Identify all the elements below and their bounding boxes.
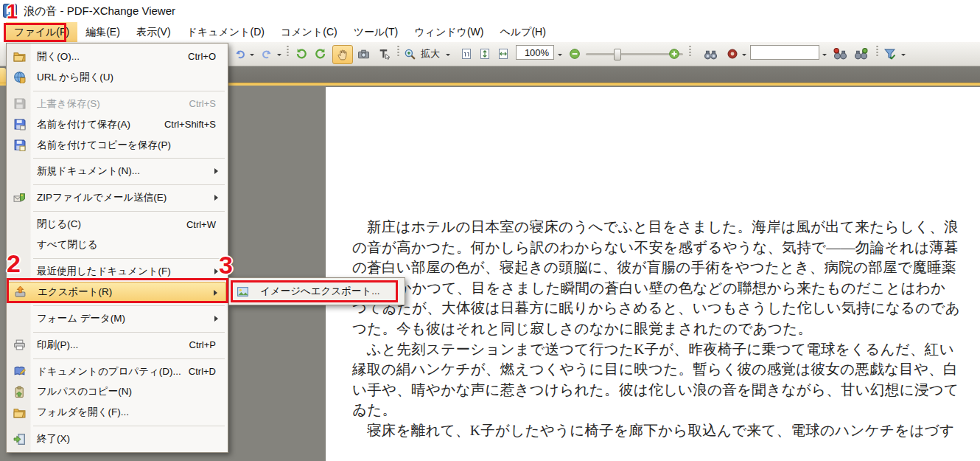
menu-help[interactable]: ヘルプ(H): [491, 22, 553, 42]
toolbar-grip[interactable]: [688, 45, 692, 58]
search-tool-button[interactable]: [701, 45, 720, 63]
search-options-icon[interactable]: [725, 45, 740, 63]
filter-dropdown-arrow[interactable]: [900, 45, 907, 63]
menu-edit[interactable]: 編集(E): [77, 22, 128, 42]
document-text-line: ゐた。: [352, 400, 971, 420]
find-next-button[interactable]: [852, 45, 870, 63]
document-text-line: つた。今も彼はそれと同じ寂しさのなかに眼覚まされたのであつた。: [352, 319, 971, 339]
fit-page-button[interactable]: [477, 45, 492, 63]
menu-item-shortcut: Ctrl+O: [188, 51, 226, 62]
menu-separator: [33, 426, 225, 426]
annotation-step-2: 2: [7, 249, 21, 278]
menu-item-document-properties[interactable]: ドキュメントのプロパティ(D)...Ctrl+D: [8, 361, 226, 382]
no-icon: [13, 165, 28, 178]
annotation-box-export-to-image-item: [231, 280, 398, 302]
menu-item-exit[interactable]: 終了(X): [8, 429, 226, 449]
menu-separator: [33, 184, 225, 185]
menu-item-save-copy-as[interactable]: 名前を付けてコピーを保存(P): [8, 135, 226, 156]
menu-item-new-document[interactable]: 新規ドキュメント(N)...: [8, 161, 226, 181]
menu-item-label: 名前を付けてコピーを保存(P): [37, 139, 171, 152]
search-input[interactable]: [750, 45, 819, 60]
document-text: 新庄はホテルの日本室の寝床のうへでふと目をさました。海岸は風が出て来たらしく、浪…: [352, 217, 971, 441]
menu-item-label: ドキュメントのプロパティ(D)...: [37, 365, 181, 378]
menu-separator: [33, 258, 225, 259]
save-as-icon: [13, 118, 28, 131]
window-title: 浪の音 - PDF-XChange Viewer: [24, 4, 175, 18]
rotate-left-button[interactable]: [293, 45, 309, 63]
menu-item-form-data[interactable]: フォーム データ(M): [8, 308, 226, 329]
no-icon: [13, 218, 28, 231]
active-document-tab[interactable]: [0, 68, 6, 83]
document-text-line: の蒼白い部屋の色が、寝起きの頭脳に、彼が盲腸の手術をやつたとき、病院の部屋で魔睡…: [352, 257, 971, 278]
redo-dropdown-arrow[interactable]: [276, 45, 283, 63]
document-text-line: の音が高かつた。何かしら訳のわからない不安を感ずるやうな、気持で――勿論それは薄…: [352, 238, 971, 258]
menu-item-label: フルパスのコピー(N): [37, 385, 132, 398]
zoom-tool-dropdown-arrow[interactable]: [444, 45, 452, 63]
menu-item-email-zip[interactable]: ZIPファイルでメール送信(E): [8, 187, 226, 208]
annotation-box-export-item: [7, 278, 228, 303]
menu-item-copy-full-path[interactable]: フルパスのコピー(N): [8, 381, 226, 402]
menu-item-label: 名前を付けて保存(A): [37, 118, 130, 131]
menu-item-open-folder[interactable]: フォルダを開く(F)...: [8, 402, 226, 423]
menu-item-open[interactable]: 開く(O)...Ctrl+O: [8, 46, 226, 67]
toolbar-grip[interactable]: [875, 45, 879, 58]
find-previous-button[interactable]: [831, 45, 850, 63]
menu-item-label: 閉じる(C): [37, 218, 81, 231]
toolbar-grip[interactable]: [396, 45, 400, 58]
menu-item-close-all[interactable]: すべて閉じる: [8, 235, 226, 255]
fit-width-button[interactable]: [495, 45, 511, 63]
save-copy-icon: [13, 139, 28, 151]
toolbar-grip[interactable]: [286, 45, 290, 58]
undo-dropdown-arrow[interactable]: [248, 45, 256, 63]
copy-path-icon: [13, 386, 28, 398]
submenu-arrow-icon: [214, 195, 221, 201]
menu-item-shortcut: Ctrl+W: [186, 219, 226, 230]
zoom-in-button[interactable]: [667, 45, 682, 63]
menu-window[interactable]: ウィンドウ(W): [406, 22, 491, 42]
menu-item-label: 新規ドキュメント(N)...: [37, 164, 140, 178]
pdf-page[interactable]: 新庄はホテルの日本室の寝床のうへでふと目をさました。海岸は風が出て来たらしく、浪…: [326, 87, 980, 461]
mail-zip-icon: [13, 192, 28, 204]
actual-size-button[interactable]: [458, 45, 474, 63]
menu-item-label: すべて閉じる: [37, 238, 98, 252]
menu-item-label: 印刷(P)...: [37, 339, 78, 352]
doc-props-icon: [13, 365, 28, 378]
zoom-level-dropdown-arrow[interactable]: [556, 45, 564, 63]
menu-item-save-as[interactable]: 名前を付けて保存(A)Ctrl+Shift+S: [8, 114, 226, 135]
search-history-dropdown-arrow[interactable]: [821, 45, 828, 63]
rotate-right-button[interactable]: [312, 45, 329, 63]
zoom-tool-label[interactable]: 拡大: [419, 45, 442, 63]
search-options-dropdown-arrow[interactable]: [741, 45, 748, 63]
zoom-out-button[interactable]: [567, 45, 582, 63]
menu-comment[interactable]: コメント(C): [273, 22, 346, 42]
redo-button[interactable]: [259, 45, 275, 63]
menu-item-save[interactable]: 上書き保存(S)Ctrl+S: [8, 94, 226, 114]
menu-item-print[interactable]: 印刷(P)...Ctrl+P: [8, 335, 226, 356]
document-text-line: がさめかかつて、目をさました瞬間の蒼白い壁の色などの聯想から来たものだことはわか: [352, 278, 971, 299]
menu-item-shortcut: Ctrl+Shift+S: [164, 119, 226, 130]
menu-separator: [33, 332, 225, 333]
menu-tools[interactable]: ツール(T): [346, 22, 407, 42]
filter-comments-button[interactable]: [881, 45, 898, 63]
document-text-line: い手や、晴やかな声に惹きつけられた。彼は佗しい浪の音を聞きながら、甘い幻想に浸つ…: [352, 380, 971, 401]
document-text-line: ふと先刻ステーションまで送つて行つたK子が、昨夜椅子に乗つて電球をくるんだ、紅い: [352, 339, 971, 360]
menu-view[interactable]: 表示(V): [128, 22, 179, 42]
snapshot-tool-button[interactable]: [355, 45, 372, 63]
zoom-level-combobox[interactable]: 100%: [516, 45, 554, 60]
hand-tool-button[interactable]: [332, 45, 353, 64]
print-icon: [13, 339, 28, 351]
no-icon: [13, 312, 28, 325]
zoom-slider-thumb[interactable]: [614, 49, 621, 60]
undo-button[interactable]: [231, 45, 248, 63]
menu-item-shortcut: Ctrl+P: [189, 339, 226, 350]
menu-item-label: 開く(O)...: [37, 50, 80, 63]
menu-document[interactable]: ドキュメント(D): [179, 22, 273, 42]
select-text-tool-button[interactable]: [375, 45, 393, 63]
menu-separator: [33, 158, 225, 159]
open-folder-icon: [13, 406, 28, 419]
annotation-step-3: 3: [219, 251, 233, 280]
menu-item-label: ZIPファイルでメール送信(E): [37, 191, 167, 204]
menu-item-open-url[interactable]: URL から開く(U): [8, 67, 226, 88]
zoom-in-tool-icon[interactable]: [402, 45, 417, 63]
menu-item-close[interactable]: 閉じる(C)Ctrl+W: [8, 214, 226, 235]
